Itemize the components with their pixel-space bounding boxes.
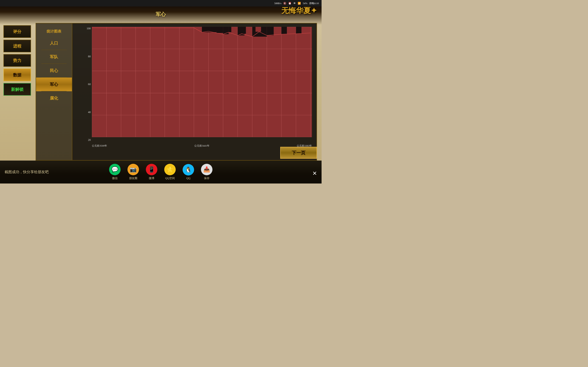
close-button[interactable]: ✕ [312, 170, 317, 177]
next-page-button[interactable]: 下一页 [280, 147, 317, 159]
nav-data[interactable]: 数据 [3, 69, 31, 81]
content-area: 统计图表 人口 军队 民心 军心 腐化 100 80 60 40 20 [36, 23, 317, 161]
nav-progress-label: 进程 [13, 43, 21, 49]
svg-rect-29 [242, 27, 246, 34]
svg-rect-0 [92, 27, 312, 137]
y-label-20: 20 [88, 138, 91, 142]
nav-unlock-label: 新解锁 [11, 87, 23, 92]
qq-label: QQ [186, 177, 190, 180]
svg-rect-34 [296, 27, 302, 34]
eye-icon: 👁 [293, 2, 296, 5]
sub-menu-title: 统计图表 [36, 26, 72, 36]
nav-unlock[interactable]: 新解锁 [3, 83, 31, 96]
svg-rect-27 [229, 27, 231, 32]
save-icon: 📥 [201, 164, 212, 175]
qqzone-icon: ⭐ [164, 164, 176, 175]
share-bar: 截图成功，快分享给朋友吧 💬 微信 📷 朋友圈 📱 微博 ⭐ [0, 161, 321, 184]
share-qqzone[interactable]: ⭐ QQ空间 [164, 164, 176, 180]
game-logo: 无悔华夏✦ [281, 7, 317, 14]
sub-menu-corruption-label: 腐化 [50, 96, 58, 100]
share-moments[interactable]: 📷 朋友圈 [128, 164, 139, 180]
chart-svg [92, 27, 312, 137]
left-nav: 评分 进程 势力 数据 新解锁 [3, 25, 31, 96]
sub-menu-morale[interactable]: 民心 [36, 64, 72, 77]
nav-power[interactable]: 势力 [3, 54, 31, 67]
sub-menu-army[interactable]: 军队 [36, 50, 72, 64]
wechat-label: 微信 [112, 176, 118, 180]
moments-icon: 📷 [128, 164, 139, 175]
svg-rect-31 [256, 27, 261, 32]
status-bar: 588B/s 🔇 ⏰ 👁 📶 54% 傍晚6:10 [0, 0, 321, 6]
sub-menu-military-morale[interactable]: 军心 [36, 77, 72, 91]
nav-progress[interactable]: 进程 [3, 40, 31, 52]
x-label-mid: 公元前3441年 [194, 144, 209, 148]
svg-rect-25 [216, 27, 223, 33]
wifi-icon: 📶 [298, 2, 301, 5]
x-label-start: 公元前3500年 [92, 144, 107, 148]
qqzone-label: QQ空间 [165, 176, 174, 180]
alarm-icon: ⏰ [288, 2, 292, 5]
svg-rect-33 [281, 27, 287, 34]
save-label: 保存 [204, 176, 209, 180]
chart-grid [92, 27, 312, 137]
share-icons-container: 💬 微信 📷 朋友圈 📱 微博 ⭐ QQ空间 🐧 [109, 164, 212, 180]
share-qq[interactable]: 🐧 QQ [183, 164, 194, 180]
y-axis: 100 80 60 40 20 [84, 27, 92, 142]
network-speed: 588B/s [274, 2, 281, 5]
sub-menu-army-label: 军队 [50, 55, 58, 59]
next-page-label: 下一页 [292, 150, 305, 156]
page-title: 军心 [156, 11, 166, 18]
x-axis: 公元前3500年 公元前3441年 公元前3383年 [92, 144, 312, 148]
sub-menu-corruption[interactable]: 腐化 [36, 91, 72, 105]
game-logo-text: 无悔华夏✦ [281, 6, 317, 15]
svg-rect-32 [267, 27, 274, 35]
y-label-100: 100 [86, 27, 91, 30]
sub-menu-population-label: 人口 [50, 41, 58, 45]
nav-score-label: 评分 [13, 29, 21, 34]
weibo-icon: 📱 [146, 164, 157, 175]
sub-menu: 统计图表 人口 军队 民心 军心 腐化 [36, 23, 72, 161]
battery: 54% [303, 2, 307, 5]
chart-panel: 100 80 60 40 20 [72, 23, 317, 161]
nav-power-label: 势力 [13, 58, 21, 63]
moments-label: 朋友圈 [129, 176, 137, 180]
time: 傍晚6:10 [309, 2, 319, 5]
share-weibo[interactable]: 📱 微博 [146, 164, 157, 180]
y-label-40: 40 [88, 110, 91, 114]
share-save[interactable]: 📥 保存 [201, 164, 212, 180]
svg-rect-24 [208, 27, 217, 31]
share-text: 截图成功，快分享给朋友吧 [5, 170, 49, 175]
y-label-60: 60 [88, 83, 91, 86]
sub-menu-population[interactable]: 人口 [36, 36, 72, 50]
sub-menu-morale-label: 民心 [50, 68, 58, 73]
weibo-label: 微博 [149, 176, 154, 180]
qq-icon: 🐧 [183, 164, 194, 175]
y-label-80: 80 [88, 55, 91, 58]
sub-menu-military-morale-label: 军心 [50, 82, 58, 87]
nav-score[interactable]: 评分 [3, 25, 31, 38]
wechat-icon: 💬 [109, 164, 121, 175]
mute-icon: 🔇 [283, 2, 286, 5]
nav-data-label: 数据 [13, 72, 21, 78]
share-wechat[interactable]: 💬 微信 [109, 164, 121, 180]
chart-wrapper: 100 80 60 40 20 [84, 27, 312, 149]
